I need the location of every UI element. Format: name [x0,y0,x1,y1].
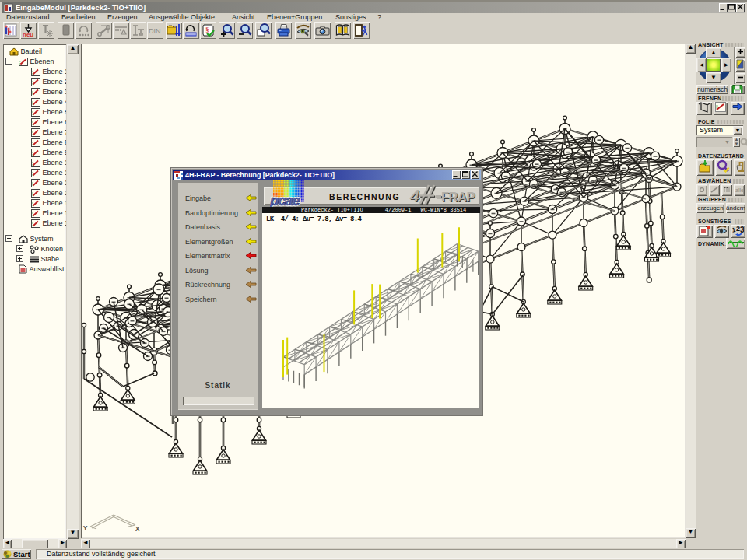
svg-text:pcae: pcae [270,192,300,208]
svg-text:4: 4 [409,185,419,205]
svg-text:Y: Y [83,525,88,533]
svg-text:alle: alle [735,187,743,193]
svg-text:neu: neu [23,31,33,38]
svg-text:X: X [135,526,140,534]
svg-text:§: § [205,26,209,33]
svg-text:DIN: DIN [149,27,161,35]
svg-text:FRAP: FRAP [441,190,475,204]
